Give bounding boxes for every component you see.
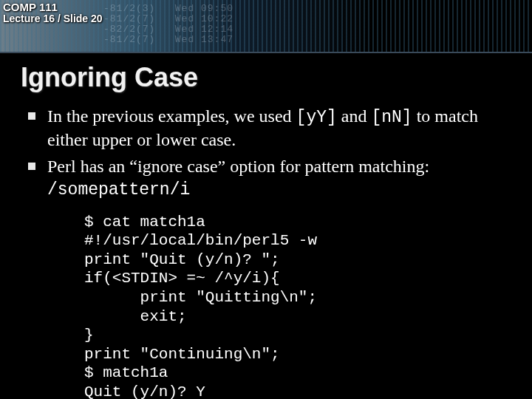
bullet-text: Perl has an “ignore case” option for pat… [47,157,429,176]
slide-body: In the previous examples, we used [yY] a… [0,99,532,399]
bullet-text: and [337,106,372,126]
inline-code: [nN] [371,108,412,127]
inline-code: /somepattern/i [47,180,190,200]
banner-decoration: -82/2(7) Wed 12:14 [103,24,233,35]
lecture-slide-label: Lecture 16 / Slide 20 [3,13,103,24]
bullet-text: In the previous examples, we used [47,106,296,126]
bullet-item: Perl has an “ignore case” option for pat… [47,155,505,201]
banner-decoration: -81/2(7) Wed 10:22 [103,13,233,24]
slide-title: Ignoring Case [0,53,532,99]
banner-decoration: -81/2(3) Wed 09:50 [103,3,233,14]
code-block: $ cat match1a #!/usr/local/bin/perl5 -w … [47,205,505,400]
bullet-item: In the previous examples, we used [yY] a… [47,105,505,151]
banner-decoration: -81/2(7) Wed 13:47 [103,34,233,45]
course-code: COMP 111 [3,1,103,13]
slide-banner: -81/2(3) Wed 09:50 -81/2(7) Wed 10:22 -8… [0,0,532,53]
inline-code: [yY] [296,108,337,127]
slide-root: -81/2(3) Wed 09:50 -81/2(7) Wed 10:22 -8… [0,0,532,399]
course-label-block: COMP 111 Lecture 16 / Slide 20 [3,1,103,24]
